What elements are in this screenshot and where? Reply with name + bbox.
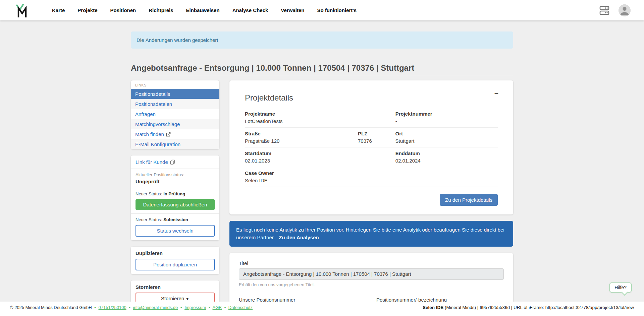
footer-imprint-link[interactable]: Impressum — [184, 305, 206, 310]
server-rack-icon[interactable] — [599, 5, 610, 15]
field-projektnummer: Projektnummer - — [395, 111, 498, 124]
mineral-minds-logo[interactable] — [15, 3, 28, 18]
next-status-prefix: Neuer Status: — [136, 217, 162, 222]
project-row: Straße Pragstraße 120 PLZ 70376 Ort Stut… — [245, 128, 498, 147]
footer-phone-link[interactable]: 07151/250100 — [99, 305, 126, 310]
nav-analyse-check[interactable]: Analyse Check — [226, 7, 275, 13]
footer-session-info: Selen IDE (Mineral Minds) | 69576255536d… — [423, 305, 634, 310]
field-label: Ort — [395, 131, 498, 136]
current-status-value: Ungeprüft — [136, 179, 215, 184]
sidebar: LINKS Positionsdetails Positionsdateien … — [131, 80, 219, 302]
field-startdatum: Startdatum 02.01.2023 — [245, 150, 395, 164]
nav-verwalten[interactable]: Verwalten — [274, 7, 311, 13]
sidebar-item-positionsdetails[interactable]: Positionsdetails — [131, 89, 219, 99]
field-value: Pragstraße 120 — [245, 138, 358, 144]
current-status-label: Aktueller Positionsstatus: — [136, 172, 215, 177]
sidebar-item-positionsdateien[interactable]: Positionsdateien — [131, 99, 219, 109]
navbar-right — [599, 4, 631, 16]
cancel-button-label: Stornieren — [161, 296, 184, 301]
duplicate-position-button[interactable]: Position duplizieren — [136, 259, 215, 270]
title-input[interactable] — [239, 268, 504, 280]
logo-icon — [15, 3, 28, 18]
nav-positionen[interactable]: Positionen — [104, 7, 143, 13]
field-label: Startdatum — [245, 150, 395, 156]
switch-status-button[interactable]: Status wechseln — [136, 225, 215, 237]
our-position-number-field: Unsere Positionsnummer Erhält eine syste… — [239, 295, 366, 302]
sidebar-item-label: Matchingvorschläge — [135, 121, 180, 127]
footer: © 2025 Mineral Minds Deutschland GmbH • … — [0, 302, 644, 316]
sidebar-item-matchingvorschlaege[interactable]: Matchingvorschläge — [131, 119, 219, 129]
field-value: 02.01.2024 — [395, 158, 498, 164]
title-field-label: Titel — [239, 260, 504, 266]
links-card-header: LINKS — [131, 80, 219, 89]
project-row: Case Owner Selen IDE — [245, 167, 498, 187]
sidebar-item-label: Match finden — [135, 131, 164, 137]
footer-copyright: © 2025 Mineral Minds Deutschland GmbH — [10, 305, 92, 310]
footer-agb-link[interactable]: AGB — [213, 305, 222, 310]
field-enddatum: Enddatum 02.01.2024 — [395, 150, 498, 164]
footer-email-link[interactable]: info@mineral-minds.de — [133, 305, 178, 310]
next-status-1: Neuer Status: In Prüfung — [136, 191, 215, 196]
field-label: Projektname — [245, 111, 395, 117]
customer-link-label: Link für Kunde — [136, 159, 168, 165]
divider — [131, 188, 219, 188]
duplicate-card: Duplizieren Position duplizieren — [131, 247, 219, 274]
sidebar-item-label: Positionsdateien — [135, 101, 172, 107]
footer-separator: • — [180, 305, 182, 310]
position-number-label: Positionsnummer/-bezeichnung — [376, 297, 504, 302]
next-status-2: Neuer Status: Submission — [136, 217, 215, 222]
alert-text: Die Änderungen wurden gespeichert — [137, 37, 218, 43]
status-card: Link für Kunde Aktueller Positionsstatus… — [131, 155, 219, 240]
field-label: Enddatum — [395, 150, 498, 156]
go-to-analyses-link[interactable]: Zu den Analysen — [279, 235, 319, 240]
field-value: Stuttgart — [395, 138, 498, 144]
user-avatar-icon[interactable] — [619, 4, 631, 16]
external-link-icon — [166, 132, 171, 137]
sidebar-item-email-konfiguration[interactable]: E-Mail Konfiguration — [131, 139, 219, 149]
nav-einbauweisen[interactable]: Einbauweisen — [180, 7, 226, 13]
footer-separator: • — [129, 305, 130, 310]
collapse-icon[interactable]: − — [494, 90, 498, 97]
title-divider — [131, 76, 513, 76]
nav-so-funktionierts[interactable]: So funktioniert's — [311, 7, 363, 13]
project-details-card: − Projektdetails Projektname LotCreation… — [229, 80, 513, 214]
field-value: Selen IDE — [245, 178, 498, 183]
save-success-alert: Die Änderungen wurden gespeichert — [131, 31, 513, 49]
main-column: − Projektdetails Projektname LotCreation… — [229, 80, 513, 302]
project-details-heading: Projektdetails — [245, 93, 498, 103]
customer-link[interactable]: Link für Kunde — [136, 159, 175, 165]
nav-projekte[interactable]: Projekte — [71, 7, 104, 13]
project-row: Startdatum 02.01.2023 Enddatum 02.01.202… — [245, 147, 498, 167]
position-number-field: Positionsnummer/-bezeichnung Z.B. Intern… — [376, 295, 504, 302]
page-content: Die Änderungen wurden gespeichert Angebo… — [0, 20, 644, 302]
nav-richtpreis[interactable]: Richtpreis — [142, 7, 179, 13]
cancel-dropdown-button[interactable]: Stornieren▼ — [136, 293, 215, 302]
complete-data-entry-button[interactable]: Datenerfassung abschließen — [136, 199, 215, 210]
banner-text: Es liegt noch keine Analytik zu Ihrer Po… — [236, 227, 504, 240]
sidebar-item-match-finden[interactable]: Match finden — [131, 129, 219, 139]
field-value: LotCreationTests — [245, 118, 395, 124]
field-ort: Ort Stuttgart — [395, 131, 498, 144]
links-card: LINKS Positionsdetails Positionsdateien … — [131, 80, 219, 149]
help-button-label: Hilfe? — [614, 285, 627, 290]
footer-left: © 2025 Mineral Minds Deutschland GmbH • … — [10, 305, 253, 310]
field-label: Case Owner — [245, 170, 498, 176]
field-value: 70376 — [358, 138, 395, 144]
footer-session-text: (Mineral Minds) | 69576255536d | URL of … — [443, 305, 634, 310]
sidebar-item-anfragen[interactable]: Anfragen — [131, 109, 219, 119]
field-case-owner: Case Owner Selen IDE — [245, 170, 498, 183]
field-projektname: Projektname LotCreationTests — [245, 111, 395, 124]
field-plz: PLZ 70376 — [358, 131, 395, 144]
nav-karte[interactable]: Karte — [46, 7, 71, 13]
next-status-2-value: Submission — [163, 217, 188, 222]
help-button[interactable]: Hilfe? — [609, 282, 632, 293]
footer-separator: • — [94, 305, 96, 310]
page-title: Angebotsanfrage - Entsorgung | 10.000 To… — [131, 63, 513, 73]
divider — [131, 169, 219, 169]
footer-user: Selen IDE — [423, 305, 443, 310]
go-to-project-details-button[interactable]: Zu den Projektdetails — [440, 194, 498, 206]
copy-icon — [170, 160, 175, 165]
position-form-card: Titel Erhält den von uns vorgegebenen Ti… — [229, 253, 513, 302]
footer-privacy-link[interactable]: Datenschutz — [228, 305, 253, 310]
next-status-1-value: In Prüfung — [163, 191, 185, 196]
